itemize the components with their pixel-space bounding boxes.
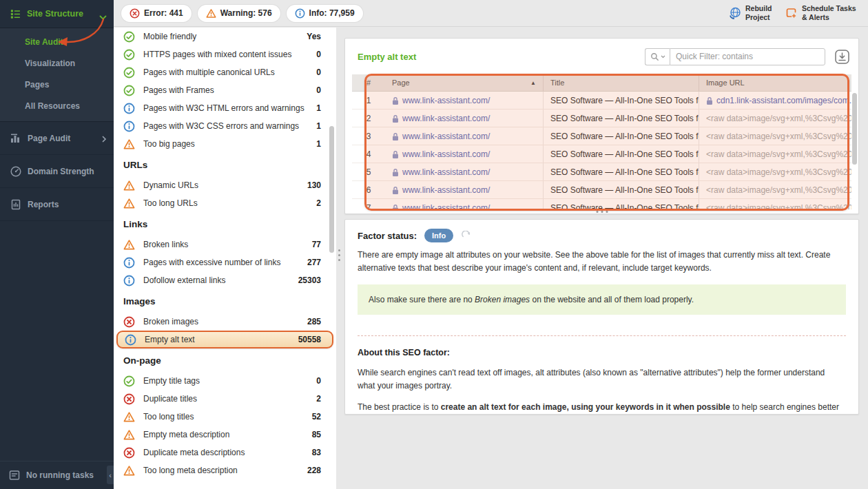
column-header-page[interactable]: Page▲ [385, 74, 543, 91]
error-icon [123, 393, 135, 405]
info-icon [125, 334, 136, 346]
factor-row[interactable]: Too long meta description228 [114, 461, 336, 479]
factor-row-selected[interactable]: Empty alt text50558 [116, 331, 333, 348]
factor-row[interactable]: Broken links77 [114, 236, 336, 253]
lock-icon [392, 204, 399, 210]
factor-row[interactable]: Empty meta description85 [114, 426, 336, 444]
column-header-title[interactable]: Title [543, 74, 699, 91]
sidebar-item-site-audit[interactable]: Site Audit [0, 32, 114, 53]
page-title-cell: SEO Software — All-In-One SEO Tools for … [543, 199, 699, 209]
factor-row[interactable]: Broken images285 [114, 313, 336, 331]
sidebar-item-site-structure[interactable]: Site Structure [0, 0, 114, 28]
sidebar-item-visualization[interactable]: Visualization [0, 53, 114, 74]
sidebar-item-page-audit[interactable]: Page Audit [0, 122, 114, 155]
factor-row[interactable]: Pages with multiple canonical URLs0 [114, 63, 336, 81]
table-row[interactable]: 5www.link-assistant.com/SEO Software — A… [352, 163, 851, 181]
rebuild-project-icon [728, 6, 742, 20]
info-count-badge[interactable]: Info: 77,959 [287, 5, 363, 22]
factor-row[interactable]: Too long titles52 [114, 408, 336, 426]
factor-label: Empty alt text [145, 335, 298, 344]
table-row[interactable]: 7www.link-assistant.com/SEO Software — A… [352, 199, 851, 209]
chevron-right-icon [102, 135, 107, 142]
sidebar-item-reports[interactable]: Reports [0, 188, 114, 221]
factor-label: Too long meta description [143, 466, 307, 475]
lock-icon [392, 114, 399, 123]
image-url-raw: <raw data>image/svg+xml,%3Csvg%20... [699, 110, 851, 127]
column-header-imageurl[interactable]: Image URL [699, 74, 851, 91]
factor-value: 277 [307, 258, 321, 267]
factor-row[interactable]: Dofollow external links25303 [114, 271, 336, 289]
page-url-link[interactable]: www.link-assistant.com/ [385, 199, 543, 209]
table-scrollbar[interactable] [852, 93, 857, 165]
page-url-link[interactable]: www.link-assistant.com/ [385, 127, 543, 145]
info-icon [123, 257, 135, 269]
row-number: 4 [352, 145, 385, 163]
factor-label: Broken links [143, 240, 312, 249]
panel-splitter-handle[interactable] [338, 249, 340, 261]
table-row[interactable]: 4www.link-assistant.com/SEO Software — A… [352, 145, 851, 163]
table-row[interactable]: 1www.link-assistant.com/SEO Software — A… [352, 92, 851, 110]
rebuild-project-button[interactable]: Rebuild Project [728, 4, 774, 21]
factor-row[interactable]: Duplicate meta descriptions83 [114, 444, 336, 461]
column-header-[interactable]: # [352, 74, 385, 91]
factor-row[interactable]: Mobile friendlyYes [114, 28, 336, 45]
factor-value: Yes [307, 32, 321, 41]
search-icon [650, 52, 659, 61]
page-url-link[interactable]: www.link-assistant.com/ [385, 181, 543, 198]
sidebar-collapse-button[interactable]: ‹ [107, 466, 114, 484]
factor-row[interactable]: Dynamic URLs130 [114, 176, 336, 194]
factor-row[interactable]: Pages with W3C CSS errors and warnings1 [114, 117, 336, 135]
page-url-link[interactable]: www.link-assistant.com/ [385, 92, 543, 109]
table-header-row: #Page▲TitleImage URL [352, 74, 851, 92]
factors-scrollbar[interactable] [329, 126, 334, 253]
search-mode-button[interactable] [645, 48, 670, 65]
factor-row[interactable]: Pages with Frames0 [114, 81, 336, 99]
image-url-link[interactable]: cdn1.link-assistant.com/images/com... [699, 92, 851, 109]
chevron-down-icon [99, 11, 107, 17]
about-text: The best practice is to [358, 402, 441, 412]
site-structure-submenu: Site Audit Visualization Pages All Resou… [0, 28, 114, 122]
quick-filter-input[interactable] [670, 48, 825, 65]
ok-icon [123, 85, 135, 96]
factor-label: Too long titles [143, 412, 312, 422]
factor-label: Empty title tags [143, 376, 316, 386]
factor-row[interactable]: Too big pages1 [114, 135, 336, 153]
schedule-tasks-button[interactable]: Schedule Tasks & Alerts [785, 4, 860, 21]
factor-row[interactable]: Duplicate titles2 [114, 390, 336, 408]
table-row[interactable]: 6www.link-assistant.com/SEO Software — A… [352, 181, 851, 199]
factor-label: Empty meta description [143, 430, 312, 439]
refresh-icon[interactable] [461, 231, 471, 241]
sidebar-item-domain-strength[interactable]: Domain Strength [0, 155, 114, 188]
page-url-link[interactable]: www.link-assistant.com/ [385, 145, 543, 163]
factor-label: Dofollow external links [143, 275, 298, 285]
table-row[interactable]: 2www.link-assistant.com/SEO Software — A… [352, 110, 851, 127]
factor-value: 228 [307, 466, 321, 475]
export-icon[interactable] [834, 49, 850, 65]
factor-value: 0 [316, 376, 321, 386]
factor-row[interactable]: HTTPS pages with mixed content issues0 [114, 45, 336, 63]
lock-icon [392, 150, 399, 158]
warning-icon [123, 138, 135, 150]
sidebar-item-pages[interactable]: Pages [0, 74, 114, 96]
sidebar-item-label: Domain Strength [28, 167, 107, 176]
detail-title: Empty alt text [358, 52, 645, 62]
page-url-link[interactable]: www.link-assistant.com/ [385, 110, 543, 127]
factor-row[interactable]: Pages with excessive number of links277 [114, 253, 336, 271]
factor-row[interactable]: Too long URLs2 [114, 194, 336, 212]
table-resize-handle[interactable] [596, 211, 608, 213]
running-tasks-label: No running tasks [26, 470, 94, 480]
sidebar-item-all-resources[interactable]: All Resources [0, 96, 114, 117]
error-count-badge[interactable]: Error: 441 [121, 5, 192, 22]
page-url-link[interactable]: www.link-assistant.com/ [385, 163, 543, 180]
table-row[interactable]: 3www.link-assistant.com/SEO Software — A… [352, 127, 851, 145]
factor-value: 285 [307, 317, 321, 326]
warning-icon [123, 465, 135, 477]
page-title-cell: SEO Software — All-In-One SEO Tools for … [543, 163, 699, 180]
empty-alt-text-card: Empty alt text #Page▲TitleImage URL1www.… [344, 38, 859, 214]
factor-row[interactable]: Empty title tags0 [114, 372, 336, 390]
factor-value: 83 [312, 448, 321, 457]
running-tasks-status[interactable]: No running tasks [0, 461, 114, 489]
row-number: 6 [352, 181, 385, 198]
factor-row[interactable]: Pages with W3C HTML errors and warnings1 [114, 99, 336, 117]
warning-count-badge[interactable]: Warning: 576 [198, 5, 280, 22]
